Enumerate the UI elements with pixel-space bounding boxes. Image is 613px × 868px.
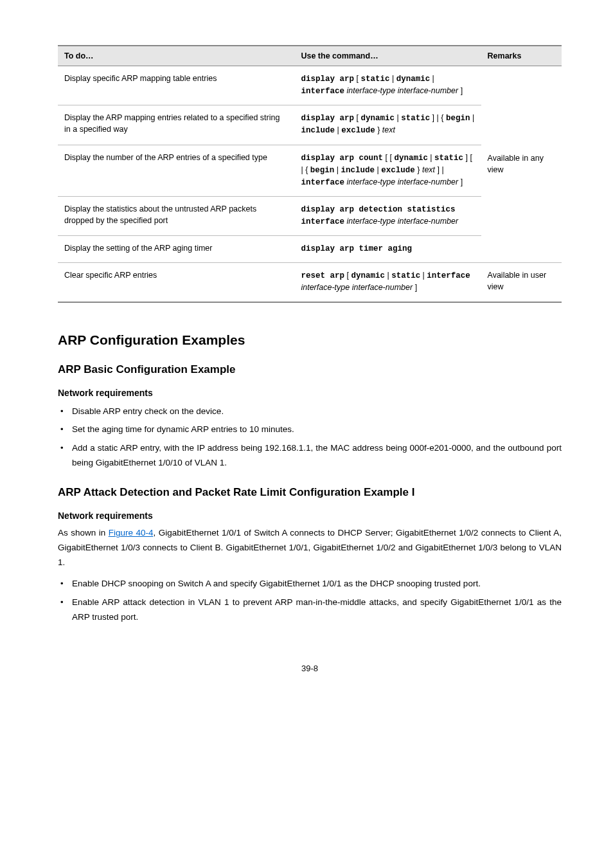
requirements-list: Disable ARP entry check on the device. S… xyxy=(58,404,562,471)
cell-to: Display specific ARP mapping table entri… xyxy=(58,66,294,105)
table-row: Display specific ARP mapping table entri… xyxy=(58,66,562,105)
cell-remark: Available in user view xyxy=(481,263,562,302)
list-item: Enable DHCP snooping on Switch A and spe… xyxy=(72,577,562,592)
cell-cmd: display arp [ dynamic | static ] | { beg… xyxy=(294,105,481,145)
page-number: 39-8 xyxy=(58,664,562,673)
cell-to: Display the ARP mapping entries related … xyxy=(58,105,294,145)
list-item: Set the aging time for dynamic ARP entri… xyxy=(72,422,562,437)
subsub-heading: Network requirements xyxy=(58,388,562,398)
body-paragraph: As shown in Figure 40-4, GigabitEthernet… xyxy=(58,526,562,570)
cell-cmd: display arp [ static | dynamic | interfa… xyxy=(294,66,481,105)
cell-to: Display the number of the ARP entries of… xyxy=(58,145,294,196)
th-to: To do… xyxy=(58,46,294,66)
command-table: To do… Use the command… Remarks Display … xyxy=(58,45,562,303)
list-item: Add a static ARP entry, with the IP addr… xyxy=(72,441,562,471)
cell-to: Clear specific ARP entries xyxy=(58,263,294,302)
cell-cmd: display arp timer aging xyxy=(294,236,481,263)
table-row: Clear specific ARP entries reset arp [ d… xyxy=(58,263,562,302)
subsection-heading-2: ARP Attack Detection and Packet Rate Lim… xyxy=(58,486,562,499)
cell-cmd: display arp count [ [ dynamic | static ]… xyxy=(294,145,481,196)
subsub-heading-2: Network requirements xyxy=(58,511,562,521)
cell-to: Display the statistics about the untrust… xyxy=(58,196,294,235)
subsection-heading: ARP Basic Configuration Example xyxy=(58,363,562,376)
th-rem: Remarks xyxy=(481,46,562,66)
cell-remark-merged: Available in any view xyxy=(481,66,562,263)
requirements-list-2: Enable DHCP snooping on Switch A and spe… xyxy=(58,577,562,625)
cell-cmd: display arp detection statistics interfa… xyxy=(294,196,481,235)
section-heading: ARP Configuration Examples xyxy=(58,332,562,348)
th-cmd: Use the command… xyxy=(294,46,481,66)
list-item: Disable ARP entry check on the device. xyxy=(72,404,562,419)
list-item: Enable ARP attack detection in VLAN 1 to… xyxy=(72,595,562,625)
figure-link[interactable]: Figure 40-4 xyxy=(109,528,154,538)
cell-to: Display the setting of the ARP aging tim… xyxy=(58,236,294,263)
cell-cmd: reset arp [ dynamic | static | interface… xyxy=(294,263,481,302)
